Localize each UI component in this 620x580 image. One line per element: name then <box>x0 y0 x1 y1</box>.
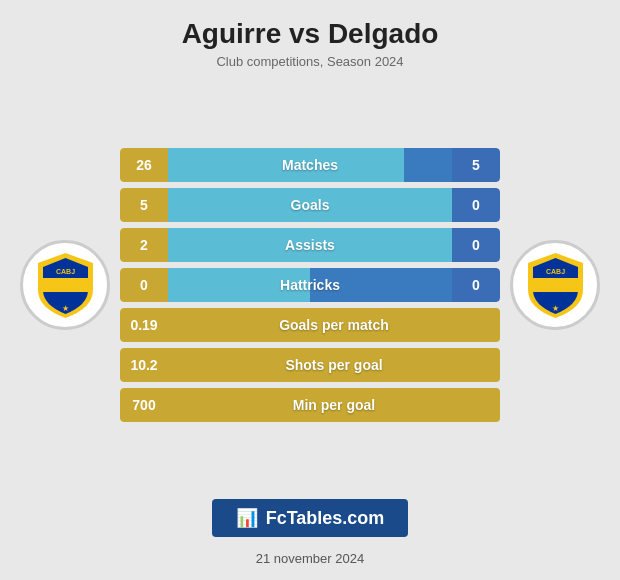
fctables-banner: 📊 FcTables.com <box>212 499 409 537</box>
fctables-text: FcTables.com <box>266 508 385 529</box>
stat-left-val-2: 2 <box>120 228 168 262</box>
svg-text:CABJ: CABJ <box>545 292 564 299</box>
svg-text:CABJ: CABJ <box>55 268 74 275</box>
stat-right-val-3: 0 <box>452 268 500 302</box>
stat-label-3: Hattricks <box>280 277 340 293</box>
svg-text:★: ★ <box>62 304 69 313</box>
stat-single-val-5: 10.2 <box>120 348 168 382</box>
stat-label-5: Shots per goal <box>285 357 382 373</box>
stat-left-val-1: 5 <box>120 188 168 222</box>
svg-rect-4 <box>533 278 578 292</box>
stat-right-val-1: 0 <box>452 188 500 222</box>
stat-label-1: Goals <box>291 197 330 213</box>
stat-left-val-0: 26 <box>120 148 168 182</box>
stat-bar-0: Matches <box>168 148 452 182</box>
comparison-area: CABJ CABJ ★ 26Matches55Goals02Assists00H… <box>20 85 600 485</box>
stat-left-val-3: 0 <box>120 268 168 302</box>
stat-single-val-6: 700 <box>120 388 168 422</box>
stat-row-0: 26Matches5 <box>120 148 500 182</box>
stats-block: 26Matches55Goals02Assists00Hattricks00.1… <box>120 148 500 422</box>
stat-row-6: 700Min per goal <box>120 388 500 422</box>
stat-single-val-4: 0.19 <box>120 308 168 342</box>
stat-bar-6: Min per goal <box>168 388 500 422</box>
fctables-icon: 📊 <box>236 507 258 529</box>
stat-right-val-0: 5 <box>452 148 500 182</box>
badge-left: CABJ CABJ ★ <box>20 240 110 330</box>
stat-row-1: 5Goals0 <box>120 188 500 222</box>
svg-text:CABJ: CABJ <box>55 292 74 299</box>
stat-label-0: Matches <box>282 157 338 173</box>
page-title: Aguirre vs Delgado <box>182 18 439 50</box>
stat-label-4: Goals per match <box>279 317 389 333</box>
stat-row-2: 2Assists0 <box>120 228 500 262</box>
stat-right-val-2: 0 <box>452 228 500 262</box>
stat-label-6: Min per goal <box>293 397 375 413</box>
stat-row-3: 0Hattricks0 <box>120 268 500 302</box>
stat-bar-4: Goals per match <box>168 308 500 342</box>
stat-bar-5: Shots per goal <box>168 348 500 382</box>
card: Aguirre vs Delgado Club competitions, Se… <box>0 0 620 580</box>
stat-row-5: 10.2Shots per goal <box>120 348 500 382</box>
badge-right: CABJ CABJ ★ <box>510 240 600 330</box>
stat-row-4: 0.19Goals per match <box>120 308 500 342</box>
stat-label-2: Assists <box>285 237 335 253</box>
stat-bar-1: Goals <box>168 188 452 222</box>
subtitle: Club competitions, Season 2024 <box>216 54 403 69</box>
svg-rect-0 <box>43 278 88 292</box>
stat-bar-2: Assists <box>168 228 452 262</box>
stat-bar-3: Hattricks <box>168 268 452 302</box>
svg-text:★: ★ <box>552 304 559 313</box>
footer-date: 21 november 2024 <box>256 551 364 566</box>
svg-text:CABJ: CABJ <box>545 268 564 275</box>
